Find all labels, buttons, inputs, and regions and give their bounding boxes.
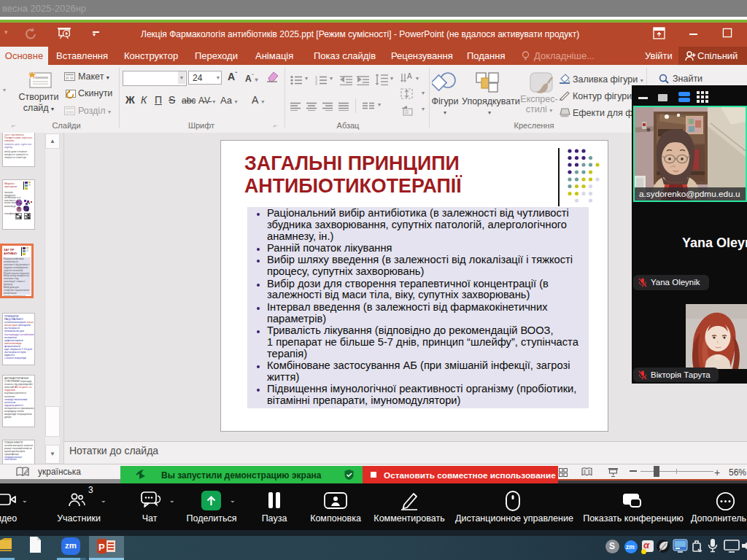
svg-text:P: P [98, 542, 105, 553]
svg-text:3: 3 [315, 82, 317, 86]
svg-text:А: А [407, 72, 412, 80]
